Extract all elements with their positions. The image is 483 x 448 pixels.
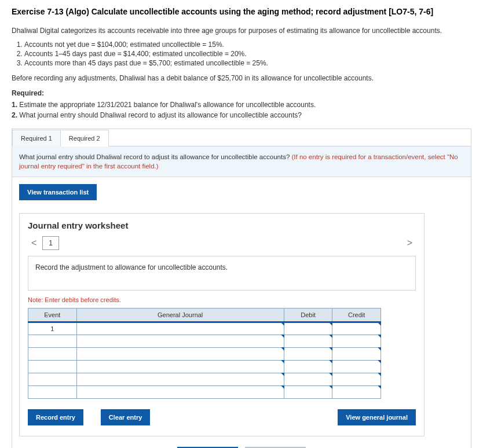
table-row xyxy=(28,373,381,386)
event-cell xyxy=(28,335,77,348)
col-debit: Debit xyxy=(284,309,332,322)
debit-cell[interactable] xyxy=(284,322,332,335)
credit-cell[interactable] xyxy=(332,348,381,361)
intro-text: Dhaliwal Digital categorizes its account… xyxy=(12,25,471,36)
required-label: Required: xyxy=(12,88,471,98)
debits-credits-note: Note: Enter debits before credits. xyxy=(28,296,416,303)
account-cell[interactable] xyxy=(76,361,284,373)
record-instruction: Record the adjustment to allowance for u… xyxy=(35,263,228,271)
credit-cell[interactable] xyxy=(332,322,381,335)
clear-entry-button[interactable]: Clear entry xyxy=(101,409,150,425)
event-cell xyxy=(28,348,77,361)
list-item: Accounts not yet due = $104,000; estimat… xyxy=(24,41,471,49)
chevron-right-icon[interactable]: > xyxy=(404,238,416,248)
before-text: Before recording any adjustments, Dhaliw… xyxy=(12,73,471,83)
col-general-journal: General Journal xyxy=(76,309,284,322)
age-groups-list: Accounts not yet due = $104,000; estimat… xyxy=(24,41,471,67)
instruction-bar: What journal entry should Dhaliwal recor… xyxy=(12,146,471,177)
view-general-journal-button[interactable]: View general journal xyxy=(338,409,416,425)
required-list: 1. Estimate the appropriate 12/31/2021 b… xyxy=(12,100,471,120)
instruction-main: What journal entry should Dhaliwal recor… xyxy=(19,153,291,160)
record-instruction-box: Record the adjustment to allowance for u… xyxy=(28,256,416,291)
account-cell[interactable] xyxy=(76,348,284,361)
credit-cell[interactable] xyxy=(332,386,381,399)
event-cell xyxy=(28,386,77,399)
event-cell: 1 xyxy=(28,322,77,335)
table-row xyxy=(28,348,381,361)
table-row xyxy=(28,386,381,399)
debit-cell[interactable] xyxy=(284,348,332,361)
worksheet-nav: < 1 > xyxy=(28,236,416,250)
record-entry-button[interactable]: Record entry xyxy=(28,409,83,425)
credit-cell[interactable] xyxy=(332,373,381,386)
chevron-left-icon[interactable]: < xyxy=(28,238,40,248)
journal-entry-worksheet: Journal entry worksheet < 1 > Record the… xyxy=(19,213,425,436)
col-credit: Credit xyxy=(332,309,381,322)
account-cell[interactable] xyxy=(76,335,284,348)
required-item: Estimate the appropriate 12/31/2021 bala… xyxy=(19,101,316,109)
list-item: Accounts 1–45 days past due = $14,400; e… xyxy=(24,50,471,58)
table-row: 1 xyxy=(28,322,381,335)
debit-cell[interactable] xyxy=(284,361,332,373)
view-transaction-list-button[interactable]: View transaction list xyxy=(19,184,97,200)
required-item: What journal entry should Dhaliwal recor… xyxy=(19,111,302,119)
account-cell[interactable] xyxy=(76,322,284,335)
debit-cell[interactable] xyxy=(284,335,332,348)
tab-required-2[interactable]: Required 2 xyxy=(60,130,109,146)
list-item: Accounts more than 45 days past due = $5… xyxy=(24,59,471,67)
credit-cell[interactable] xyxy=(332,335,381,348)
main-panel: Required 1 Required 2 What journal entry… xyxy=(12,128,471,448)
col-event: Event xyxy=(28,309,77,322)
credit-cell[interactable] xyxy=(332,361,381,373)
account-cell[interactable] xyxy=(76,373,284,386)
worksheet-title: Journal entry worksheet xyxy=(28,221,416,230)
table-row xyxy=(28,361,381,373)
debit-cell[interactable] xyxy=(284,386,332,399)
account-cell[interactable] xyxy=(76,386,284,399)
exercise-title: Exercise 7-13 (Algo) Calculate uncollect… xyxy=(12,7,471,16)
worksheet-button-row: Record entry Clear entry View general jo… xyxy=(28,409,416,425)
journal-entry-table: Event General Journal Debit Credit 1 xyxy=(28,308,381,399)
event-cell xyxy=(28,361,77,373)
step-indicator[interactable]: 1 xyxy=(42,236,59,250)
debit-cell[interactable] xyxy=(284,373,332,386)
tab-required-1[interactable]: Required 1 xyxy=(12,130,61,146)
event-cell xyxy=(28,373,77,386)
tabs-row: Required 1 Required 2 xyxy=(12,129,471,146)
table-row xyxy=(28,335,381,348)
